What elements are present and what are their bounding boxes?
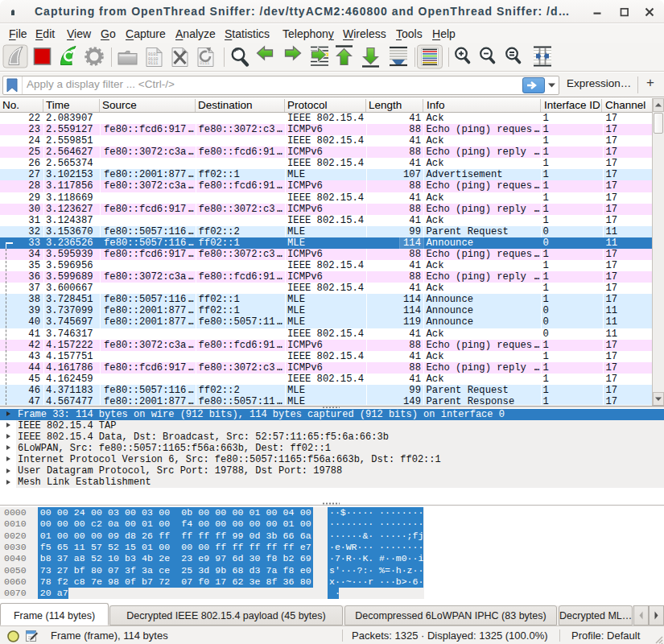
- svg-text:0111: 0111: [148, 61, 158, 66]
